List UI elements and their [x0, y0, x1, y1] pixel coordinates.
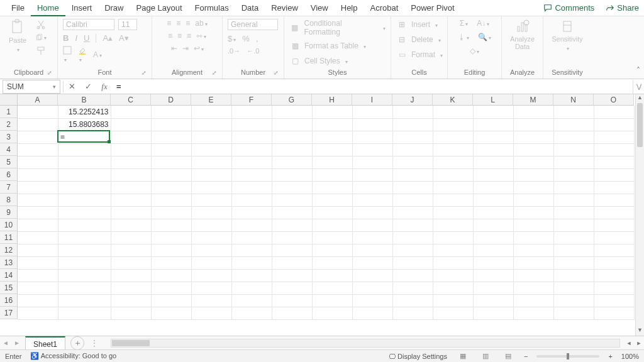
horizontal-scrollbar[interactable]	[111, 339, 620, 348]
row-header[interactable]: 1	[0, 106, 18, 118]
cell-b3-editing[interactable]: =	[58, 131, 109, 143]
zoom-in-button[interactable]: +	[608, 353, 612, 360]
row-header[interactable]: 5	[0, 156, 18, 168]
conditional-formatting-button[interactable]: ▦Conditional Formatting	[289, 19, 386, 36]
italic-button[interactable]: I	[75, 33, 77, 43]
share-button[interactable]: Share	[606, 3, 639, 13]
orientation-icon[interactable]: ab	[195, 19, 207, 28]
scroll-thumb[interactable]	[637, 103, 643, 147]
wrap-text-icon[interactable]: ↩	[194, 44, 204, 53]
cell-styles-button[interactable]: ▢Cell Styles	[289, 55, 348, 67]
fill-color-button[interactable]	[78, 46, 87, 63]
col-header[interactable]: I	[352, 94, 392, 106]
enter-formula-button[interactable]: ✓	[80, 82, 96, 91]
scroll-left-icon[interactable]: ◄	[624, 340, 634, 346]
tab-home[interactable]: Home	[31, 0, 65, 16]
col-header[interactable]: A	[18, 94, 58, 106]
col-header[interactable]: B	[58, 94, 111, 106]
tab-file[interactable]: File	[5, 0, 31, 16]
insert-cells-button[interactable]: ⊞Insert	[396, 19, 438, 30]
analyze-data-button[interactable]: Analyze Data	[507, 19, 538, 50]
increase-indent-icon[interactable]: ⇥	[182, 44, 189, 53]
increase-font-icon[interactable]: A▴	[103, 33, 113, 43]
cell-b1[interactable]: 15.2252413	[58, 106, 111, 118]
normal-view-button[interactable]: ▦	[456, 351, 470, 361]
row-header[interactable]: 10	[0, 219, 18, 231]
borders-button[interactable]	[63, 46, 72, 63]
align-top-icon[interactable]: ≡	[167, 19, 171, 28]
row-header[interactable]: 15	[0, 282, 18, 294]
expand-formula-bar-button[interactable]: ⋁	[633, 80, 644, 94]
col-header[interactable]: C	[111, 94, 151, 106]
cancel-formula-button[interactable]: ✕	[64, 82, 80, 91]
merge-icon[interactable]: ⇿	[196, 31, 206, 40]
sheet-tab-sheet1[interactable]: Sheet1	[25, 336, 65, 350]
zoom-slider[interactable]	[536, 355, 599, 358]
row-header[interactable]: 7	[0, 181, 18, 194]
format-painter-icon[interactable]	[35, 45, 47, 57]
paste-button[interactable]: Paste	[5, 19, 30, 53]
sensitivity-button[interactable]: Sensitivity	[548, 19, 586, 52]
tab-review[interactable]: Review	[265, 0, 304, 16]
col-header[interactable]: G	[272, 94, 312, 106]
row-header[interactable]: 2	[0, 118, 18, 131]
fill-handle[interactable]	[108, 140, 111, 143]
col-header[interactable]: K	[433, 94, 473, 106]
add-sheet-button[interactable]: ＋	[70, 336, 84, 350]
cells-area[interactable]: 15.2252413 15.8803683 =	[18, 106, 635, 336]
row-header[interactable]: 3	[0, 131, 18, 143]
tab-help[interactable]: Help	[335, 0, 364, 16]
accessibility-status[interactable]: ♿ Accessibility: Good to go	[30, 352, 116, 360]
font-size-input[interactable]	[118, 19, 137, 30]
decrease-font-icon[interactable]: A▾	[119, 33, 129, 43]
formula-input[interactable]	[113, 80, 633, 94]
scroll-down-icon[interactable]: ▼	[636, 327, 644, 336]
tab-page-layout[interactable]: Page Layout	[130, 0, 189, 16]
row-header[interactable]: 9	[0, 206, 18, 219]
zoom-out-button[interactable]: −	[524, 353, 528, 360]
col-header[interactable]: E	[191, 94, 231, 106]
row-header[interactable]: 11	[0, 231, 18, 244]
row-header[interactable]: 6	[0, 168, 18, 181]
copy-icon[interactable]	[35, 32, 47, 43]
align-center-icon[interactable]: ≡	[177, 31, 182, 40]
delete-cells-button[interactable]: ⊟Delete	[396, 34, 441, 45]
tab-insert[interactable]: Insert	[65, 0, 99, 16]
bold-button[interactable]: B	[63, 33, 69, 43]
zoom-knob[interactable]	[567, 353, 569, 359]
underline-button[interactable]: U	[84, 33, 89, 43]
cut-icon[interactable]	[35, 19, 47, 30]
cell-b2[interactable]: 15.8803683	[58, 118, 111, 131]
comments-button[interactable]: Comments	[543, 3, 594, 13]
col-header[interactable]: M	[513, 94, 553, 106]
tab-formulas[interactable]: Formulas	[189, 0, 235, 16]
comma-icon[interactable]: ,	[256, 34, 258, 43]
collapse-ribbon-button[interactable]: ˄	[636, 66, 640, 75]
autosum-icon[interactable]: Σ	[460, 19, 468, 28]
row-header[interactable]: 16	[0, 294, 18, 307]
spreadsheet-grid[interactable]: A B C D E F G H I J K L M N O 1 2 3 4 5 …	[0, 94, 644, 336]
decrease-decimal-icon[interactable]: ←.0	[247, 47, 259, 55]
tab-draw[interactable]: Draw	[98, 0, 130, 16]
dialog-launcher-icon[interactable]: ⤢	[142, 70, 147, 76]
tab-acrobat[interactable]: Acrobat	[364, 0, 405, 16]
row-header[interactable]: 14	[0, 269, 18, 282]
row-header[interactable]: 17	[0, 307, 18, 319]
row-header[interactable]: 4	[0, 143, 18, 156]
col-header[interactable]: J	[392, 94, 433, 106]
find-icon[interactable]: 🔍	[478, 33, 491, 41]
row-header[interactable]: 12	[0, 244, 18, 256]
display-settings-button[interactable]: 🖵 Display Settings	[389, 353, 447, 360]
font-color-button[interactable]: A	[93, 50, 102, 59]
col-header[interactable]: F	[231, 94, 272, 106]
select-all-corner[interactable]	[0, 94, 18, 106]
tab-split-handle[interactable]: ⋮	[91, 339, 98, 348]
name-box[interactable]: SUM ▾	[3, 80, 60, 94]
vertical-scrollbar[interactable]: ▲ ▼	[635, 94, 644, 336]
font-name-input[interactable]	[63, 19, 114, 30]
col-header[interactable]: H	[312, 94, 352, 106]
row-header[interactable]: 13	[0, 256, 18, 269]
clear-icon[interactable]: ◇	[470, 47, 479, 55]
col-header[interactable]: D	[151, 94, 191, 106]
tab-view[interactable]: View	[304, 0, 335, 16]
